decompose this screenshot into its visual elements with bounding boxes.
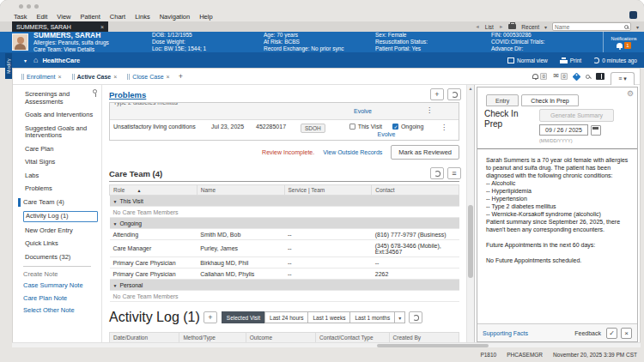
col-created-by[interactable]: Created By bbox=[389, 333, 459, 343]
sidebar-item-problems[interactable]: Problems bbox=[23, 184, 98, 194]
sidebar-item-labs[interactable]: Labs bbox=[23, 172, 98, 181]
table-row[interactable]: Care ManagerPurley, James --(345) 678-34… bbox=[110, 240, 459, 257]
sidebar-item-documents[interactable]: Documents (32) bbox=[23, 253, 98, 262]
sidebar-item-care-plan[interactable]: Care Plan bbox=[23, 145, 98, 154]
notifications-tool[interactable]: 0 bbox=[532, 73, 547, 80]
add-tab-button[interactable]: + bbox=[179, 72, 183, 81]
refresh-problems-button[interactable] bbox=[447, 88, 461, 100]
mark-as-reviewed-button[interactable]: Mark as Reviewed bbox=[391, 145, 459, 160]
col-outcome[interactable]: Outcome bbox=[246, 333, 315, 343]
feedback-negative-button[interactable]: × bbox=[621, 328, 632, 339]
add-activity-button[interactable]: + bbox=[204, 311, 217, 323]
recent-briefcase-icon[interactable] bbox=[508, 24, 516, 29]
split-view-icon[interactable] bbox=[596, 73, 605, 80]
collapsed-side-tab[interactable]: Modify bbox=[5, 53, 12, 79]
tab-check-in-prep[interactable]: Check In Prep bbox=[521, 94, 578, 106]
col-name[interactable]: Name bbox=[197, 185, 284, 196]
search-options-chevron-icon[interactable]: ▾ bbox=[636, 24, 639, 30]
window-controls[interactable] bbox=[19, 4, 39, 9]
print-button[interactable]: Print bbox=[560, 57, 581, 63]
notifications-box[interactable]: Notifications 1 bbox=[603, 32, 644, 52]
refresh-care-team-button[interactable] bbox=[430, 167, 444, 179]
calendar-icon[interactable] bbox=[591, 125, 601, 136]
col-service-team[interactable]: Service | Team bbox=[284, 185, 372, 196]
refresh-activity-button[interactable] bbox=[409, 311, 422, 323]
refresh-button[interactable]: 0 minutes ago bbox=[593, 57, 637, 63]
col-date-duration[interactable]: Date/Duration bbox=[110, 333, 179, 343]
tab-entry[interactable]: Entry bbox=[486, 94, 519, 106]
menu-help[interactable]: Help bbox=[199, 13, 212, 21]
problem-row[interactable]: Unsatisfactory living conditions Jul 23,… bbox=[110, 120, 459, 140]
bell-icon[interactable] bbox=[617, 43, 623, 48]
patient-search-input[interactable] bbox=[555, 24, 624, 30]
generate-summary-button[interactable]: Generate Summary bbox=[539, 109, 614, 122]
problems-heading[interactable]: Problems bbox=[109, 90, 427, 100]
care-team-menu-button[interactable]: ≡ bbox=[447, 167, 461, 179]
sidebar-item-vital-signs[interactable]: Vital Signs bbox=[23, 158, 98, 167]
group-ongoing[interactable]: ▼Ongoing bbox=[110, 218, 459, 229]
next-patient-icon[interactable]: ► bbox=[499, 24, 503, 29]
home-icon[interactable]: ⌂ bbox=[33, 56, 38, 64]
case-summary-note-link[interactable]: Case Summary Note bbox=[23, 282, 98, 290]
sidebar-item-quick-links[interactable]: Quick Links bbox=[23, 239, 98, 249]
recent-chevron-icon[interactable]: ▾ bbox=[544, 24, 547, 30]
search-icon[interactable] bbox=[624, 25, 629, 29]
menu-navigation[interactable]: Navigation bbox=[160, 13, 190, 21]
scrollbar-thumb[interactable] bbox=[468, 205, 473, 278]
search-icon[interactable] bbox=[586, 75, 590, 79]
recent-label[interactable]: Recent bbox=[521, 24, 539, 30]
toolbar-chevron-icon[interactable]: ▾ bbox=[24, 57, 27, 63]
filter-last-24-hours[interactable]: Last 24 hours bbox=[264, 311, 308, 323]
sidebar-item-care-team[interactable]: Care Team (4) bbox=[18, 198, 98, 208]
this-visit-checkbox[interactable] bbox=[349, 124, 355, 130]
prev-patient-icon[interactable]: ◄ bbox=[475, 24, 479, 29]
tab-close-case[interactable]: Close Case × bbox=[124, 74, 173, 80]
col-role[interactable]: Role▲ bbox=[110, 185, 197, 196]
filter-last-1-weeks[interactable]: Last 1 weeks bbox=[307, 311, 350, 323]
tab-enrollment[interactable]: Enrollment × bbox=[18, 74, 65, 80]
col-contact[interactable]: Contact bbox=[372, 185, 459, 196]
scroll-up-icon[interactable]: ▲ bbox=[467, 86, 474, 91]
group-this-visit[interactable]: ▼This Visit bbox=[110, 196, 459, 207]
select-other-note-link[interactable]: Select Other Note bbox=[23, 307, 98, 315]
tab-active-case[interactable]: Active Case × bbox=[69, 74, 121, 80]
menu-links[interactable]: Links bbox=[135, 13, 150, 21]
filter-last-1-months[interactable]: Last 1 months bbox=[349, 311, 395, 323]
tag-icon[interactable] bbox=[573, 72, 581, 81]
view-outside-records-link[interactable]: View Outside Records bbox=[323, 149, 382, 155]
layout-menu-button[interactable]: ≡ ▾ bbox=[611, 72, 635, 85]
sidebar-item-activity-log[interactable]: Activity Log (1) bbox=[23, 211, 98, 222]
normal-view-button[interactable]: Normal view bbox=[507, 57, 548, 63]
menu-view[interactable]: View bbox=[57, 13, 70, 21]
more-options-icon[interactable]: ⋮ bbox=[429, 124, 459, 131]
vertical-scrollbar[interactable]: ▲ bbox=[466, 85, 474, 342]
menu-task[interactable]: Task bbox=[14, 13, 27, 21]
pin-icon[interactable] bbox=[93, 89, 97, 94]
col-contact-type[interactable]: Contact/Contact Type bbox=[316, 333, 389, 343]
close-icon[interactable]: × bbox=[58, 74, 61, 80]
care-plan-note-link[interactable]: Care Plan Note bbox=[23, 295, 98, 303]
group-personal[interactable]: ▼Personal bbox=[110, 280, 459, 291]
close-icon[interactable]: × bbox=[167, 74, 170, 80]
prep-date-input[interactable]: 09 / 26 / 2025 bbox=[539, 124, 588, 136]
table-row[interactable]: Primary Care PhysicianBirkhaug MD, Phil … bbox=[110, 257, 459, 268]
feedback-positive-button[interactable]: ✓ bbox=[606, 328, 617, 339]
menu-edit[interactable]: Edit bbox=[36, 13, 47, 21]
close-icon[interactable]: × bbox=[113, 74, 117, 80]
patient-photo[interactable] bbox=[12, 33, 28, 51]
ongoing-checkbox[interactable] bbox=[392, 124, 398, 130]
add-problem-button[interactable]: + bbox=[430, 88, 444, 100]
sidebar-item-suggested-goals[interactable]: Suggested Goals and Interventions bbox=[23, 124, 98, 141]
close-icon[interactable]: × bbox=[100, 24, 104, 30]
sidebar-item-screenings[interactable]: Screenings and Assessments bbox=[23, 90, 98, 106]
evolve-link[interactable]: Evolve bbox=[377, 131, 395, 137]
supporting-facts-link[interactable]: Supporting Facts bbox=[483, 330, 571, 336]
evolve-link[interactable]: Evolve bbox=[354, 108, 372, 114]
gear-icon[interactable]: ⚙ bbox=[627, 89, 634, 98]
table-row[interactable]: Primary Care PhysicianCallahan MD, Phyli… bbox=[110, 268, 459, 280]
messages-tool[interactable]: ✉ 0 bbox=[553, 73, 568, 80]
problem-row-clipped[interactable]: Type 2 diabetes mellitus Evolve ⋮ bbox=[110, 103, 459, 120]
sidebar-item-goals[interactable]: Goals and Interventions bbox=[23, 111, 98, 120]
table-row[interactable]: AttendingSmith MD, Bob --(816) 777-9797 … bbox=[110, 229, 459, 240]
menu-chart[interactable]: Chart bbox=[110, 13, 125, 21]
